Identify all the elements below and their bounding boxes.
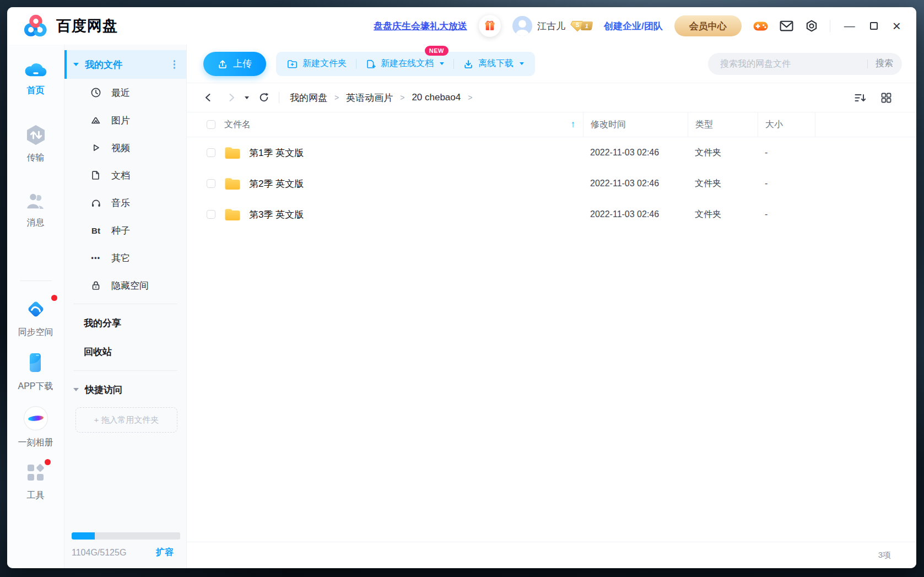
svg-text:S: S xyxy=(576,21,580,28)
table-row[interactable]: 第2季 英文版 2022-11-03 02:46 文件夹 - xyxy=(187,168,916,199)
gift-button[interactable] xyxy=(479,15,501,37)
sidebar-divider xyxy=(73,304,177,304)
maximize-button[interactable] xyxy=(870,22,878,30)
sidebar-item-recent[interactable]: 最近 xyxy=(64,79,186,106)
avatar xyxy=(512,16,532,36)
search-button[interactable]: 搜索 xyxy=(876,58,893,69)
breadcrumb-item[interactable]: 英语动画片 xyxy=(346,91,393,104)
sidebar-item-music[interactable]: 音乐 xyxy=(64,189,186,217)
vip-badge: S 1 xyxy=(570,20,592,32)
sidebar-item-my-files[interactable]: 我的文件 xyxy=(64,50,186,79)
settings-button[interactable] xyxy=(805,19,818,33)
drop-folder-hint[interactable]: + 拖入常用文件夹 xyxy=(75,407,177,433)
new-online-doc-button[interactable]: NEW 新建在线文档 xyxy=(366,58,444,69)
more-options-icon[interactable] xyxy=(171,58,178,71)
rail-label: 消息 xyxy=(27,217,45,229)
mail-icon xyxy=(780,20,793,32)
file-modified: 2022-11-03 02:46 xyxy=(583,148,688,158)
file-type: 文件夹 xyxy=(688,147,758,159)
rail-item-sync-space[interactable]: 同步空间 xyxy=(18,298,53,338)
breadcrumb-divider xyxy=(279,92,279,103)
refresh-button[interactable] xyxy=(258,92,269,103)
rail-item-messages[interactable]: 消息 xyxy=(25,191,47,229)
file-modified: 2022-11-03 02:46 xyxy=(583,179,688,188)
rail-label: 同步空间 xyxy=(18,327,53,338)
rail-item-tools[interactable]: 工具 xyxy=(25,462,47,501)
sidebar-item-pictures[interactable]: 图片 xyxy=(64,106,186,134)
file-name[interactable]: 第2季 英文版 xyxy=(249,177,304,190)
select-all-checkbox[interactable] xyxy=(207,120,215,129)
minimize-button[interactable]: — xyxy=(844,20,855,31)
table-row[interactable]: 第3季 英文版 2022-11-03 02:46 文件夹 - xyxy=(187,199,916,230)
file-name[interactable]: 第1季 英文版 xyxy=(249,147,304,159)
row-checkbox[interactable] xyxy=(207,148,215,157)
sidebar-item-hidden-space[interactable]: 隐藏空间 xyxy=(64,272,186,299)
search-input[interactable] xyxy=(720,59,863,69)
sort-order-button[interactable] xyxy=(854,92,866,104)
messages-inbox-button[interactable] xyxy=(780,20,793,32)
torrent-bt-icon: Bt xyxy=(91,226,100,235)
new-badge: NEW xyxy=(425,46,449,56)
sidebar-item-label: 我的文件 xyxy=(85,58,122,71)
new-folder-button[interactable]: 新建文件夹 xyxy=(287,58,347,69)
picture-icon xyxy=(90,115,101,126)
sidebar-item-documents[interactable]: 文档 xyxy=(64,161,186,189)
rail-divider xyxy=(20,281,52,281)
sidebar-item-label: 种子 xyxy=(111,224,130,237)
table-row[interactable]: 第1季 英文版 2022-11-03 02:46 文件夹 - xyxy=(187,137,916,168)
back-button[interactable] xyxy=(203,93,213,103)
upload-icon xyxy=(218,59,228,69)
refresh-icon xyxy=(258,92,269,103)
tools-icon xyxy=(25,462,47,484)
upload-button[interactable]: 上传 xyxy=(203,52,266,76)
rail-label: 传输 xyxy=(27,152,45,164)
sidebar-item-my-shares[interactable]: 我的分享 xyxy=(64,309,186,337)
file-table-header: 文件名 ↑ 修改时间 类型 大小 xyxy=(187,112,916,137)
member-center-button[interactable]: 会员中心 xyxy=(674,15,742,36)
sidebar-item-torrents[interactable]: Bt 种子 xyxy=(64,217,186,244)
file-name[interactable]: 第3季 英文版 xyxy=(249,208,304,221)
breadcrumb-item-current[interactable]: 20 chebao4 xyxy=(412,92,461,103)
chevron-down-icon[interactable] xyxy=(73,63,79,66)
app-logo: 百度网盘 xyxy=(23,14,118,38)
sidebar-item-recycle-bin[interactable]: 回收站 xyxy=(64,337,186,366)
rail-label: APP下载 xyxy=(18,381,53,392)
create-team-link[interactable]: 创建企业/团队 xyxy=(604,20,663,33)
column-header-name[interactable]: 文件名 xyxy=(224,119,251,131)
breadcrumb: 我的网盘 > 英语动画片 > 20 chebao4 > xyxy=(290,91,472,104)
sidebar-item-label: 音乐 xyxy=(111,197,130,209)
games-button[interactable] xyxy=(753,20,768,32)
sidebar-item-others[interactable]: ••• 其它 xyxy=(64,244,186,272)
rail-label: 一刻相册 xyxy=(18,437,53,449)
grid-view-icon xyxy=(880,92,892,104)
maximize-icon xyxy=(870,22,878,30)
offline-download-button[interactable]: 离线下载 xyxy=(463,58,524,69)
search-box: 搜索 xyxy=(708,53,902,75)
rail-item-transfer[interactable]: 传输 xyxy=(25,124,47,164)
close-button[interactable]: × xyxy=(893,19,901,33)
rail-item-home[interactable]: 首页 xyxy=(23,59,48,96)
column-header-type[interactable]: 类型 xyxy=(688,112,758,137)
rail-item-app-download[interactable]: APP下载 xyxy=(18,352,53,392)
rail-item-album[interactable]: 一刻相册 xyxy=(18,406,53,449)
baidu-netdisk-logo-icon xyxy=(23,14,49,38)
forward-button[interactable] xyxy=(226,93,236,103)
left-rail: 首页 传输 消息 xyxy=(7,45,64,568)
sidebar-item-quick-access[interactable]: 快捷访问 xyxy=(64,375,186,404)
column-header-size[interactable]: 大小 xyxy=(758,112,815,137)
history-dropdown-icon[interactable] xyxy=(245,96,249,99)
header-divider xyxy=(830,20,830,32)
column-header-modified[interactable]: 修改时间 xyxy=(583,112,688,137)
sort-ascending-icon[interactable]: ↑ xyxy=(571,119,576,130)
promo-link[interactable]: 盘盘庆生会壕礼大放送 xyxy=(374,20,467,33)
file-size: - xyxy=(758,148,815,158)
sidebar-item-videos[interactable]: 视频 xyxy=(64,134,186,161)
breadcrumb-item-root[interactable]: 我的网盘 xyxy=(290,91,327,104)
expand-storage-link[interactable]: 扩容 xyxy=(156,547,174,558)
row-checkbox[interactable] xyxy=(207,179,215,188)
user-account[interactable]: 江古儿 S 1 xyxy=(512,16,592,36)
grid-view-button[interactable] xyxy=(880,92,892,104)
offline-download-icon xyxy=(463,59,473,69)
row-checkbox[interactable] xyxy=(207,210,215,219)
sidebar-item-label: 快捷访问 xyxy=(85,384,122,396)
